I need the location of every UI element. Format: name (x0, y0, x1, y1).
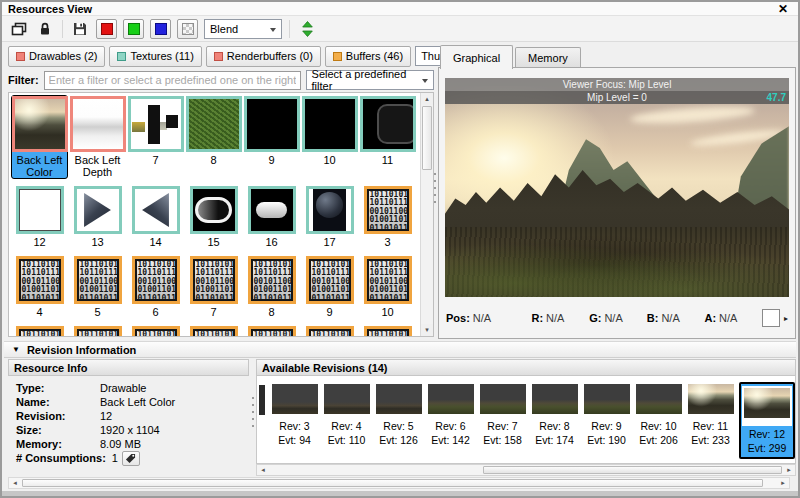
lock-icon[interactable] (35, 19, 55, 39)
resource-type-tabs: Drawables (2) Textures (11) Renderbuffer… (8, 45, 434, 67)
thumbnail-image[interactable]: 10110101 10110111 00101100 01001101 0110… (248, 326, 296, 336)
tab-renderbuffers[interactable]: Renderbuffers (0) (206, 46, 321, 67)
revision-item[interactable]: Rev: 8 Evt: 174 (529, 382, 580, 447)
revision-item-selected[interactable]: Rev: 12 Evt: 299 (739, 382, 795, 459)
grid-item[interactable]: 10110101 10110111 00101100 01001101 0110… (11, 255, 68, 319)
scroll-right-icon[interactable]: ▸ (783, 465, 795, 475)
r-value: N/A (546, 312, 564, 324)
grid-item[interactable]: 10110101 10110111 00101100 01001101 0110… (359, 255, 416, 319)
event-label: Evt: 233 (685, 434, 736, 447)
grid-item-back-left-color[interactable]: Back Left Color (11, 95, 68, 179)
tab-buffers[interactable]: Buffers (46) (325, 46, 411, 67)
alpha-channel-button[interactable] (177, 19, 198, 39)
revision-item[interactable]: Rev: 11 Evt: 233 (685, 382, 736, 447)
thumbnail-image[interactable]: 10110101 10110111 00101100 01001101 0110… (16, 326, 64, 336)
scroll-right-icon[interactable]: ▸ (777, 478, 789, 488)
green-channel-button[interactable] (123, 19, 144, 39)
grid-item[interactable]: 10110101 10110111 00101100 01001101 0110… (185, 255, 242, 319)
revision-label: Rev: 6 (425, 420, 476, 433)
thumbnail-image[interactable]: 10110101 10110111 00101100 01001101 0110… (190, 326, 238, 336)
scrollbar-thumb[interactable] (483, 466, 782, 474)
revision-thumbnail (376, 384, 422, 414)
main-horizontal-scrollbar[interactable]: ◂ ▸ (8, 477, 790, 489)
tab-drawables[interactable]: Drawables (2) (8, 46, 105, 67)
revision-thumbnail (744, 388, 790, 418)
revision-label: Rev: 10 (633, 420, 684, 433)
blend-mode-combobox[interactable]: Blend (204, 19, 282, 39)
grid-item[interactable]: 10 (301, 95, 358, 179)
scrollbar-thumb[interactable] (22, 479, 763, 487)
save-icon[interactable] (70, 19, 90, 39)
thumbnail-label: 16 (244, 236, 299, 248)
g-value: N/A (604, 312, 622, 324)
tab-textures[interactable]: Textures (11) (109, 46, 201, 67)
tab-memory[interactable]: Memory (515, 47, 581, 68)
grid-item[interactable]: 10110101 10110111 00101100 01001101 0110… (69, 255, 126, 319)
revision-thumbnail (532, 384, 578, 414)
filter-input[interactable] (44, 71, 301, 90)
red-channel-button[interactable] (96, 19, 117, 39)
grid-item[interactable]: 17 (301, 185, 358, 249)
thumbnail-image[interactable]: 10110101 10110111 00101100 01001101 0110… (306, 326, 354, 336)
revision-item[interactable]: Rev: 7 Evt: 158 (477, 382, 528, 447)
revisions-horizontal-scrollbar[interactable]: ◂ ▸ (256, 464, 796, 476)
binary-text: 10110101 10110111 00101100 01001101 0110… (370, 261, 409, 303)
predefined-filter-combobox[interactable]: Select a predefined filter (306, 70, 434, 90)
grid-item[interactable]: 10110101 10110111 00101100 01001101 0110… (301, 255, 358, 319)
chevron-down-icon (270, 28, 276, 32)
grid-item-back-left-depth[interactable]: Back Left Depth (69, 95, 126, 179)
thumbnail-image[interactable]: 10110101 10110111 00101100 01001101 0110… (132, 326, 180, 336)
grid-item[interactable]: 11 (359, 95, 416, 179)
detach-window-icon[interactable] (9, 19, 29, 39)
field-value: 1 (112, 452, 118, 464)
consumptions-tag-button[interactable] (122, 451, 140, 466)
blue-channel-button[interactable] (150, 19, 171, 39)
expand-right-icon[interactable]: ▸ (784, 314, 788, 323)
grid-item[interactable]: 9 (243, 95, 300, 179)
revision-item[interactable]: Rev: 6 Evt: 142 (425, 382, 476, 447)
tab-graphical[interactable]: Graphical (440, 45, 513, 69)
counter-value: 47.7 (767, 91, 786, 104)
revision-item[interactable]: Rev: 10 Evt: 206 (633, 382, 684, 447)
scroll-left-icon[interactable]: ◂ (9, 478, 21, 488)
grid-item[interactable]: 10110101 10110111 00101100 01001101 0110… (243, 255, 300, 319)
grid-item[interactable]: 10110101 10110111 00101100 01001101 0110… (359, 185, 416, 249)
grid-item[interactable]: 16 (243, 185, 300, 249)
close-icon[interactable]: ✕ (778, 2, 788, 16)
grid-item[interactable]: 12 (11, 185, 68, 249)
grid-row-clipped: 10110101 10110111 00101100 01001101 0110… (9, 325, 420, 336)
grid-item[interactable]: 13 (69, 185, 126, 249)
revision-item[interactable]: Rev: 9 Evt: 190 (581, 382, 632, 447)
scroll-left-icon[interactable]: ◂ (257, 465, 269, 475)
grid-item[interactable]: 8 (185, 95, 242, 179)
filter-label: Filter: (8, 74, 39, 86)
revision-information-header[interactable]: ▼ Revision Information (4, 341, 796, 358)
thumbnail-image: 10110101 10110111 00101100 01001101 0110… (190, 256, 238, 304)
revision-item[interactable]: Rev: 4 Evt: 110 (321, 382, 372, 447)
grid-item[interactable]: 14 (127, 185, 184, 249)
viewer-content: Viewer Focus: Mip Level Mip Level = 0 47… (438, 67, 796, 339)
collapse-triangle-icon[interactable]: ▼ (12, 345, 20, 354)
scrollbar-thumb[interactable] (422, 106, 432, 170)
revision-item[interactable]: Rev: 3 Evt: 94 (269, 382, 320, 447)
thumbnail-image[interactable]: 10110101 10110111 00101100 01001101 0110… (74, 326, 122, 336)
grid-item[interactable]: 7 (127, 95, 184, 179)
grid-item[interactable]: 15 (185, 185, 242, 249)
b-value: N/A (661, 312, 679, 324)
alpha-checker-icon (182, 23, 194, 35)
green-square-icon (128, 23, 140, 35)
b-label: B: (647, 312, 659, 324)
pixel-info-row: Pos:N/A R:N/A G:N/A B:N/A A:N/A ▸ (446, 306, 788, 330)
swap-vertical-icon[interactable] (297, 19, 317, 39)
thumbnail-label: 4 (12, 306, 67, 318)
revision-item[interactable]: Rev: 5 Evt: 126 (373, 382, 424, 447)
viewer-image[interactable]: Viewer Focus: Mip Level Mip Level = 0 47… (445, 78, 789, 297)
thumbnail-image (360, 96, 416, 152)
thumbnail-grid-content: Back Left Color Back Left Depth 7 8 (9, 93, 420, 336)
predefined-filter-value: Select a predefined filter (312, 68, 415, 92)
revision-splitter-grip-icon[interactable] (252, 397, 254, 427)
thumbnail-image[interactable]: 10110101 10110111 00101100 01001101 0110… (364, 326, 412, 336)
thumbnail-image: 10110101 10110111 00101100 01001101 0110… (364, 256, 412, 304)
binary-text: 10110101 10110111 00101100 01001101 0110… (312, 261, 351, 303)
grid-item[interactable]: 10110101 10110111 00101100 01001101 0110… (127, 255, 184, 319)
